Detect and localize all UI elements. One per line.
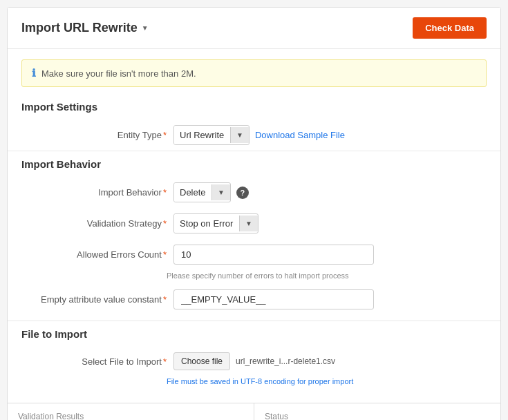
validation-results-panel-title: Validation Results: [18, 412, 243, 420]
import-behavior-title: Import Behavior: [8, 155, 500, 177]
validation-strategy-row: Validation Strategy* Stop on Error ▼: [8, 208, 500, 239]
file-to-import-title: File to Import: [8, 325, 500, 347]
import-behavior-control: Delete ▼ ?: [173, 182, 249, 202]
page-title: Import URL Rewrite: [21, 21, 138, 35]
info-banner-text: Make sure your file isn't more than 2M.: [41, 68, 196, 79]
header-title-group: Import URL Rewrite ▼: [21, 21, 149, 35]
select-file-row: Select File to Import* Choose file url_r…: [8, 347, 500, 376]
import-behavior-row: Import Behavior* Delete ▼ ?: [8, 177, 500, 208]
status-panel-title: Status: [265, 412, 490, 420]
allowed-errors-control: [173, 245, 374, 265]
validation-results-panel: Validation Results ✓ File is valid! To s…: [8, 403, 254, 420]
import-behavior-dropdown-btn[interactable]: ▼: [211, 184, 230, 200]
empty-attribute-control: [173, 289, 374, 309]
info-banner: ℹ Make sure your file isn't more than 2M…: [21, 59, 487, 87]
header-bar: Import URL Rewrite ▼ Check Data: [8, 8, 500, 49]
import-behavior-label: Import Behavior*: [21, 187, 167, 198]
entity-type-control: Url Rewrite ▼ Download Sample File: [173, 125, 345, 145]
download-sample-link[interactable]: Download Sample File: [255, 130, 345, 140]
validation-strategy-label: Validation Strategy*: [21, 218, 167, 229]
bottom-panels: Validation Results ✓ File is valid! To s…: [8, 403, 500, 420]
info-icon: ℹ: [32, 67, 36, 79]
allowed-errors-hint: Please specify number of errors to halt …: [8, 270, 500, 284]
entity-type-label: Entity Type*: [21, 130, 167, 140]
file-name-display: url_rewrite_i...r-delete1.csv: [236, 356, 335, 366]
allowed-errors-input[interactable]: [173, 245, 374, 265]
select-file-control: Choose file url_rewrite_i...r-delete1.cs…: [173, 352, 335, 370]
empty-attribute-row: Empty attribute value constant*: [8, 284, 500, 315]
file-input-row: Choose file url_rewrite_i...r-delete1.cs…: [173, 352, 335, 370]
entity-type-row: Entity Type* Url Rewrite ▼ Download Samp…: [8, 120, 500, 151]
import-settings-title: Import Settings: [8, 97, 500, 120]
empty-attribute-input[interactable]: [173, 289, 374, 309]
import-behavior-select[interactable]: Delete: [174, 183, 211, 202]
import-behavior-help-icon[interactable]: ?: [236, 187, 249, 199]
validation-strategy-dropdown-btn[interactable]: ▼: [239, 216, 258, 231]
entity-type-select[interactable]: Url Rewrite: [174, 126, 230, 144]
entity-type-select-wrapper[interactable]: Url Rewrite ▼: [173, 125, 250, 145]
title-dropdown-arrow[interactable]: ▼: [142, 24, 149, 32]
import-behavior-select-wrapper[interactable]: Delete ▼: [173, 182, 231, 202]
validation-strategy-select[interactable]: Stop on Error: [174, 214, 239, 233]
entity-type-dropdown-btn[interactable]: ▼: [230, 127, 249, 143]
validation-strategy-select-wrapper[interactable]: Stop on Error ▼: [173, 213, 258, 233]
select-file-label: Select File to Import*: [21, 356, 167, 367]
choose-file-button[interactable]: Choose file: [173, 352, 230, 370]
file-encoding-hint: File must be saved in UTF-8 encoding for…: [8, 376, 500, 392]
status-panel: Status ✓ Import successfully done: [254, 403, 500, 420]
empty-attribute-label: Empty attribute value constant*: [21, 294, 167, 305]
check-data-button[interactable]: Check Data: [413, 17, 487, 39]
validation-strategy-control: Stop on Error ▼: [173, 213, 258, 233]
allowed-errors-row: Allowed Errors Count*: [8, 239, 500, 270]
allowed-errors-label: Allowed Errors Count*: [21, 249, 167, 260]
